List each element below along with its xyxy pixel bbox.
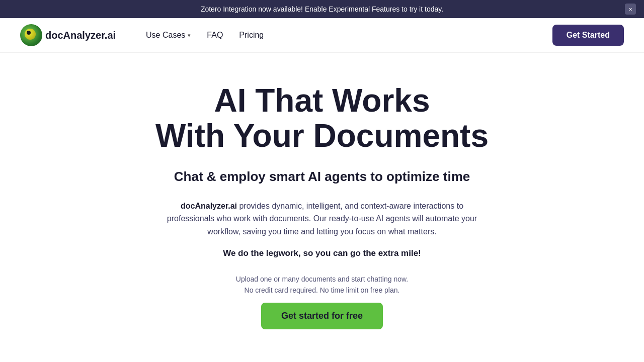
nav-links: Use Cases ▾ FAQ Pricing	[146, 31, 264, 40]
nav-use-cases-label: Use Cases	[146, 31, 185, 40]
nav-faq-label: FAQ	[207, 31, 223, 40]
announcement-text: Zotero Integration now available! Enable…	[201, 5, 443, 13]
chevron-down-icon: ▾	[188, 32, 191, 39]
hero-subtitle: Chat & employ smart AI agents to optimiz…	[174, 169, 470, 185]
announcement-close-button[interactable]: ×	[625, 4, 636, 15]
hero-description: docAnalyzer.ai provides dynamic, intelli…	[166, 200, 478, 238]
hero-title-line1: AI That Works	[214, 82, 430, 119]
hero-section: AI That Works With Your Documents Chat &…	[0, 53, 644, 354]
nav-use-cases[interactable]: Use Cases ▾	[146, 31, 191, 40]
hero-tagline: We do the legwork, so you can go the ext…	[223, 248, 421, 258]
hero-title-line2: With Your Documents	[155, 118, 489, 154]
logo-link[interactable]: docAnalyzer.ai	[20, 24, 116, 46]
announcement-banner: Zotero Integration now available! Enable…	[0, 0, 644, 18]
nav-pricing[interactable]: Pricing	[239, 31, 264, 40]
hero-brand-name: docAnalyzer.ai	[181, 202, 237, 210]
logo-icon	[20, 24, 42, 46]
hero-cta-button[interactable]: Get started for free	[261, 303, 383, 329]
hero-cta-note: Upload one or many documents and start c…	[236, 274, 408, 296]
hero-cta-note-line1: Upload one or many documents and start c…	[236, 275, 408, 283]
nav-pricing-label: Pricing	[239, 31, 264, 40]
nav-faq[interactable]: FAQ	[207, 31, 223, 40]
logo-text: docAnalyzer.ai	[45, 30, 116, 41]
navbar: docAnalyzer.ai Use Cases ▾ FAQ Pricing G…	[0, 18, 644, 53]
nav-get-started-button[interactable]: Get Started	[552, 25, 624, 46]
hero-title: AI That Works With Your Documents	[155, 83, 489, 154]
hero-cta-note-line2: No credit card required. No time limit o…	[245, 286, 400, 294]
